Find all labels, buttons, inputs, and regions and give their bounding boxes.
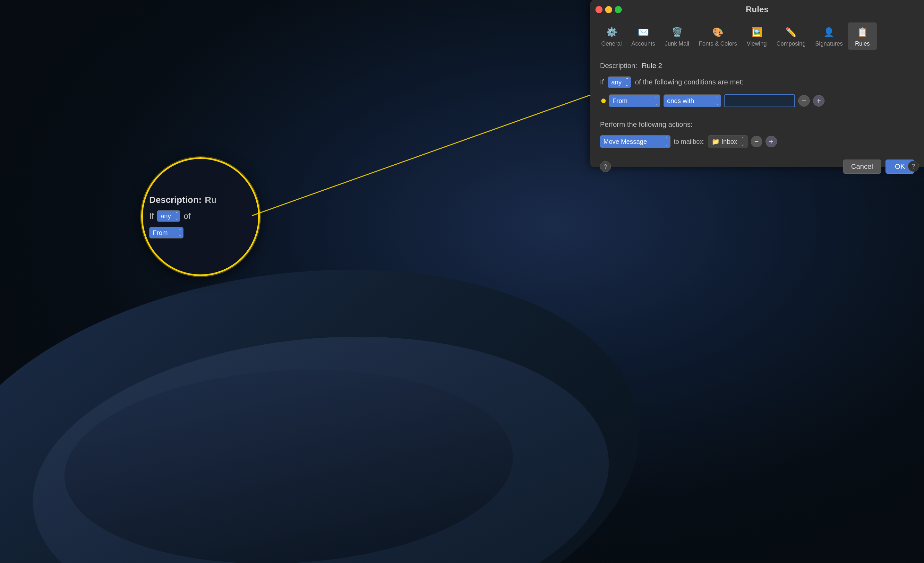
condition-value-input[interactable]: [724, 95, 795, 107]
rule-editor-content: Description: Rule 2 If any all ⌃⌄ of the…: [590, 53, 924, 156]
actions-label-row: Perform the following actions:: [600, 120, 914, 129]
from-select-wrapper: From To Subject Date ⌃⌄: [609, 95, 660, 107]
mailbox-control: 📁 Inbox Drafts Sent ⌃⌄: [708, 135, 747, 148]
bottom-help-button[interactable]: ?: [908, 161, 919, 172]
actions-separator: [600, 114, 914, 114]
zoom-description-row: Description: Ru: [149, 195, 217, 205]
move-select-wrapper: Move Message Copy Message Delete Message…: [600, 135, 670, 148]
toolbar-label-viewing: Viewing: [747, 41, 767, 47]
toolbar-item-junk-mail[interactable]: 🗑️ Junk Mail: [660, 23, 694, 50]
remove-action-button[interactable]: −: [751, 136, 762, 147]
condition-header-row: If any all ⌃⌄ of the following condition…: [600, 77, 914, 88]
rules-icon: 📋: [855, 25, 870, 39]
junk-mail-icon: 🗑️: [670, 25, 684, 39]
zoom-of-label: of: [183, 211, 190, 221]
zoom-from-row: From To Subject ⌃⌄: [149, 227, 183, 239]
description-label: Description:: [600, 62, 637, 70]
from-select[interactable]: From To Subject Date: [609, 95, 660, 107]
fonts-colors-icon: 🎨: [711, 25, 725, 39]
window-title: Rules: [746, 5, 769, 15]
zoom-any-select-wrapper: any all ⌃⌄: [157, 210, 180, 222]
zoom-if-row: If any all ⌃⌄ of: [149, 210, 190, 222]
toolbar-item-accounts[interactable]: ✉️ Accounts: [627, 23, 660, 50]
toolbar-item-signatures[interactable]: 👤 Signatures: [811, 23, 848, 50]
condition-indicator: [601, 99, 606, 103]
zoom-any-select[interactable]: any all: [157, 210, 180, 222]
toolbar-label-fonts-colors: Fonts & Colors: [699, 41, 737, 47]
toolbar-label-composing: Composing: [776, 41, 806, 47]
actions-label: Perform the following actions:: [600, 120, 693, 128]
toolbar-label-signatures: Signatures: [815, 41, 843, 47]
toolbar-label-rules: Rules: [855, 41, 870, 47]
close-button[interactable]: [596, 6, 603, 13]
rules-panel: Rules ⚙️ General ✉️ Accounts 🗑️ Junk Mai…: [590, 0, 924, 167]
toolbar-label-junk-mail: Junk Mail: [665, 41, 689, 47]
mailbox-folder-icon: 📁: [712, 138, 720, 146]
minimize-button[interactable]: [605, 6, 612, 13]
any-select-wrapper: any all ⌃⌄: [608, 77, 631, 88]
zoom-description-label: Description:: [149, 195, 201, 205]
mailbox-select[interactable]: Inbox Drafts Sent: [722, 138, 739, 145]
rule-condition-row: From To Subject Date ⌃⌄ ends with contai…: [600, 95, 914, 107]
toolbar-label-general: General: [601, 41, 622, 47]
toolbar-item-viewing[interactable]: 🖼️ Viewing: [742, 23, 771, 50]
zoom-circle: Description: Ru If any all ⌃⌄ of From To…: [141, 157, 260, 276]
toolbar: ⚙️ General ✉️ Accounts 🗑️ Junk Mail 🎨 Fo…: [590, 19, 924, 53]
general-icon: ⚙️: [604, 25, 619, 39]
composing-icon: ✏️: [784, 25, 798, 39]
window-controls: [596, 6, 622, 13]
toolbar-item-rules[interactable]: 📋 Rules: [848, 23, 877, 50]
move-select[interactable]: Move Message Copy Message Delete Message: [600, 135, 670, 148]
toolbar-item-composing[interactable]: ✏️ Composing: [772, 23, 810, 50]
signatures-icon: 👤: [822, 25, 836, 39]
description-value: Rule 2: [642, 62, 662, 70]
if-label: If: [600, 78, 604, 86]
conditions-text: of the following conditions are met:: [635, 78, 744, 86]
any-select[interactable]: any all: [608, 77, 631, 88]
zoom-description-value: Ru: [205, 195, 217, 205]
operator-select[interactable]: ends with contains starts with is is not: [663, 95, 721, 107]
zoom-from-select[interactable]: From To Subject: [149, 227, 183, 239]
zoom-if-label: If: [149, 211, 154, 221]
zoom-from-select-wrapper: From To Subject ⌃⌄: [149, 227, 183, 239]
to-mailbox-label: to mailbox:: [674, 138, 705, 146]
action-row: Move Message Copy Message Delete Message…: [600, 135, 914, 148]
title-bar: Rules: [590, 0, 924, 19]
viewing-icon: 🖼️: [750, 25, 764, 39]
toolbar-item-general[interactable]: ⚙️ General: [597, 23, 626, 50]
help-button[interactable]: ?: [600, 161, 611, 172]
remove-condition-button[interactable]: −: [798, 95, 810, 107]
toolbar-item-fonts-colors[interactable]: 🎨 Fonts & Colors: [694, 23, 741, 50]
mailbox-select-arrow-icon: ⌃⌄: [741, 137, 745, 147]
accounts-icon: ✉️: [636, 25, 650, 39]
add-action-button[interactable]: +: [765, 136, 777, 147]
toolbar-label-accounts: Accounts: [632, 41, 655, 47]
description-row: Description: Rule 2: [600, 62, 914, 70]
zoom-circle-content: Description: Ru If any all ⌃⌄ of From To…: [143, 188, 258, 245]
operator-select-wrapper: ends with contains starts with is is not…: [663, 95, 721, 107]
maximize-button[interactable]: [615, 6, 622, 13]
add-condition-button[interactable]: +: [813, 95, 825, 107]
footer: ? Cancel OK: [590, 156, 924, 177]
cancel-button[interactable]: Cancel: [843, 159, 881, 174]
